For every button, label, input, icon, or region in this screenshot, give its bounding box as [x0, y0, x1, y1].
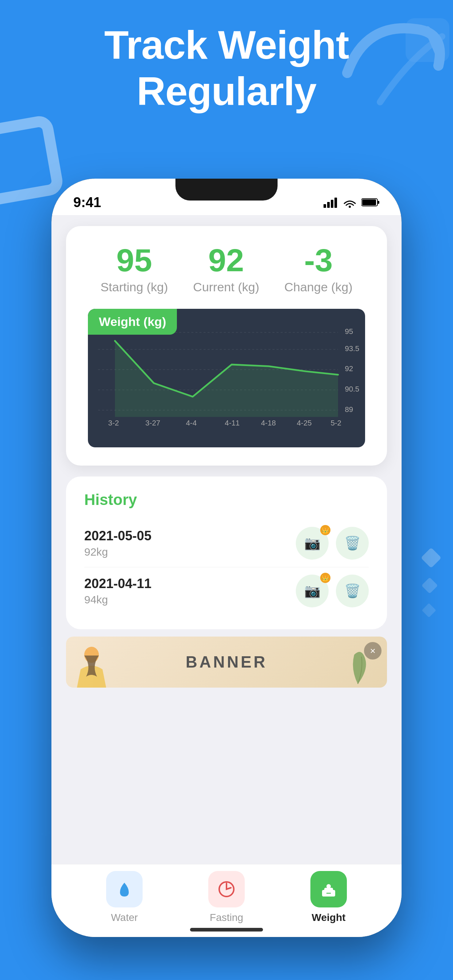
svg-rect-7 — [331, 200, 333, 208]
banner-text: BANNER — [186, 653, 267, 671]
current-label: Current (kg) — [193, 280, 259, 294]
svg-text:90.5: 90.5 — [345, 385, 359, 393]
change-value: -3 — [284, 244, 353, 276]
svg-text:4-11: 4-11 — [225, 419, 239, 427]
badge-2: 👑 — [320, 573, 330, 583]
delete-button-2[interactable]: 🗑️ — [336, 574, 369, 608]
history-actions-2: 👑 📷 🗑️ — [296, 574, 369, 608]
bg-decoration-diamonds — [416, 547, 446, 621]
stat-starting: 95 Starting (kg) — [100, 244, 168, 294]
phone-mockup: 9:41 — [51, 179, 402, 937]
svg-text:4-25: 4-25 — [297, 419, 312, 427]
phone-screen: 95 Starting (kg) 92 Current (kg) -3 Chan… — [51, 215, 402, 937]
svg-rect-5 — [324, 204, 326, 208]
tab-water[interactable]: Water — [106, 871, 143, 923]
status-bar: 9:41 — [51, 179, 402, 215]
tab-weight[interactable]: Weight — [310, 871, 347, 923]
svg-text:4-18: 4-18 — [261, 419, 276, 427]
weight-chart: Weight (kg) 95 — [88, 309, 365, 447]
banner-leaf — [343, 644, 372, 687]
camera-button-2[interactable]: 👑 📷 — [296, 574, 329, 608]
history-date-1: 2021-05-05 — [84, 528, 152, 544]
svg-text:95: 95 — [345, 328, 353, 336]
wifi-icon — [343, 197, 357, 208]
history-item-info-2: 2021-04-11 94kg — [84, 576, 152, 606]
svg-text:5-2: 5-2 — [330, 419, 341, 427]
svg-rect-12 — [362, 199, 376, 205]
history-item-2: 2021-04-11 94kg 👑 📷 🗑️ — [84, 567, 369, 615]
svg-text:89: 89 — [345, 406, 353, 414]
history-actions-1: 👑 📷 🗑️ — [296, 527, 369, 560]
tab-fasting[interactable]: Fasting — [208, 871, 245, 923]
banner-decoration — [73, 640, 110, 687]
camera-button-1[interactable]: 👑 📷 — [296, 527, 329, 560]
tab-bar: Water Fasting — [51, 864, 402, 937]
svg-text:92: 92 — [345, 364, 353, 372]
status-icons — [324, 197, 380, 208]
starting-value: 95 — [100, 244, 168, 276]
weight-icon — [319, 880, 338, 899]
home-indicator — [190, 928, 263, 932]
history-item-info: 2021-05-05 92kg — [84, 528, 152, 558]
history-weight-1: 92kg — [84, 546, 152, 558]
chart-label: Weight (kg) — [88, 309, 177, 335]
history-section: History 2021-05-05 92kg 👑 📷 🗑️ — [66, 477, 387, 629]
fasting-tab-label: Fasting — [210, 912, 243, 923]
svg-text:3-27: 3-27 — [145, 419, 161, 427]
svg-text:4-4: 4-4 — [186, 419, 196, 427]
history-item: 2021-05-05 92kg 👑 📷 🗑️ — [84, 520, 369, 567]
signal-icon — [324, 197, 338, 208]
svg-point-35 — [327, 884, 331, 888]
fasting-icon — [217, 880, 236, 899]
svg-rect-2 — [421, 547, 442, 568]
svg-rect-3 — [421, 577, 438, 593]
change-label: Change (kg) — [284, 280, 353, 294]
history-title: History — [84, 491, 369, 509]
banner-ad[interactable]: BANNER × — [66, 636, 387, 687]
phone-notch — [175, 179, 278, 200]
water-icon — [115, 880, 134, 899]
svg-rect-4 — [422, 603, 436, 617]
svg-text:3-2: 3-2 — [108, 419, 119, 427]
battery-icon — [362, 197, 380, 207]
stat-change: -3 Change (kg) — [284, 244, 353, 294]
history-date-2: 2021-04-11 — [84, 576, 152, 591]
svg-text:93.5: 93.5 — [345, 345, 359, 353]
delete-button-1[interactable]: 🗑️ — [336, 527, 369, 560]
weight-tab-label: Weight — [312, 912, 346, 923]
stat-current: 92 Current (kg) — [193, 244, 259, 294]
history-weight-2: 94kg — [84, 593, 152, 606]
weight-tab-icon — [310, 871, 347, 907]
svg-rect-8 — [335, 197, 337, 208]
status-time: 9:41 — [73, 195, 101, 210]
badge-1: 👑 — [320, 525, 330, 535]
svg-rect-6 — [327, 202, 330, 208]
svg-marker-18 — [115, 341, 338, 417]
water-tab-icon — [106, 871, 143, 907]
starting-label: Starting (kg) — [100, 280, 168, 294]
stats-card: 95 Starting (kg) 92 Current (kg) -3 Chan… — [66, 226, 387, 466]
water-tab-label: Water — [111, 912, 138, 923]
svg-rect-11 — [378, 201, 379, 204]
hero-title: Track Weight Regularly — [0, 22, 453, 114]
fasting-tab-icon — [208, 871, 245, 907]
stats-row: 95 Starting (kg) 92 Current (kg) -3 Chan… — [88, 244, 365, 294]
svg-point-9 — [349, 205, 351, 208]
current-value: 92 — [193, 244, 259, 276]
